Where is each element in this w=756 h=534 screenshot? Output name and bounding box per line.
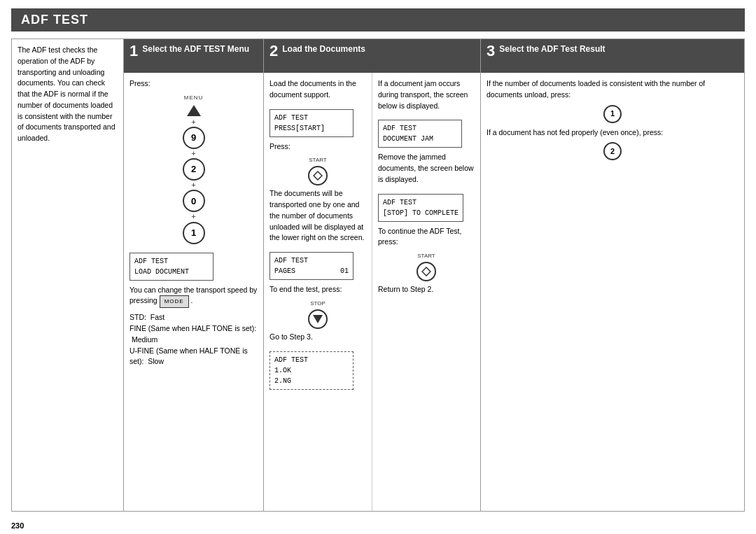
step2-start-button-group: START (270, 156, 366, 185)
step3-title: Select the ADF Test Result (499, 43, 605, 55)
screen3-line2: 1.OK (274, 365, 349, 376)
page-container: ADF TEST The ADF test checks the operati… (0, 0, 756, 517)
step3-header: 3 Select the ADF Test Result (481, 39, 744, 73)
stop-btn[interactable] (308, 309, 328, 329)
intro-column: The ADF test checks the operation of the… (12, 39, 124, 511)
step3-btn1[interactable]: 1 (603, 105, 622, 123)
step2-press-label: Press: (270, 141, 366, 153)
speed-list: STD: Fast FINE (Same when HALF TONE is s… (130, 312, 258, 367)
continue-text: To continue the ADF Test, press: (378, 226, 475, 248)
step3-btn2[interactable]: 2 (603, 142, 622, 160)
plus3: + (191, 181, 195, 190)
svg-marker-1 (422, 267, 430, 276)
speed-ufine: U-FINE (Same when HALF TONE is set): Slo… (130, 346, 258, 368)
step3-btn2-group: 2 (486, 142, 738, 160)
step2-screen1: ADF TEST PRESS[START] (270, 109, 354, 137)
jam-title: If a document jam occurs during transpor… (378, 78, 475, 111)
step1-content: Press: MENU + 9 + 2 + 0 (124, 73, 263, 511)
return-text: Return to Step 2. (378, 284, 475, 295)
step2-screen2: ADF TEST PAGES 01 (270, 252, 354, 280)
step1-menu-buttons: MENU + 9 + 2 + 0 + 1 (130, 94, 258, 244)
stop-label: STOP (310, 300, 326, 308)
start-diamond-btn[interactable] (308, 166, 328, 185)
intro-text: The ADF test checks the operation of the… (18, 45, 118, 144)
step2-number: 2 (270, 43, 278, 59)
step2-left: Load the documents in the document suppo… (264, 73, 372, 511)
btn-2[interactable]: 2 (183, 158, 205, 181)
step1-screen-line2: LOAD DOCUMENT (134, 267, 209, 277)
step3-column: 3 Select the ADF Test Result If the numb… (481, 39, 744, 511)
btn-0[interactable]: 0 (183, 190, 205, 212)
step2-screen2-line1: ADF TEST (274, 255, 349, 266)
transport-text: You can change the transport speed by pr… (130, 285, 258, 309)
step2-start2-button-group: START (378, 252, 475, 281)
svg-marker-0 (314, 171, 322, 180)
step2-screen1-line1: ADF TEST (274, 113, 349, 123)
step2-stop-button-group: STOP (270, 300, 366, 329)
step2-right: If a document jam occurs during transpor… (372, 73, 480, 511)
btn-9[interactable]: 9 (183, 127, 205, 149)
go-step3: Go to Step 3. (270, 332, 366, 343)
page-title: ADF TEST (11, 8, 745, 31)
main-layout: The ADF test checks the operation of the… (11, 38, 745, 512)
plus4: + (191, 212, 195, 221)
end-text: To end the test, press: (270, 284, 366, 295)
step2-column: 2 Load the Documents Load the documents … (264, 39, 481, 511)
step2-title: Load the Documents (282, 43, 365, 55)
step3-para1: If the number of documents loaded is con… (486, 78, 738, 101)
mode-button: MODE (160, 295, 189, 308)
jam-text: Remove the jammed documents, the screen … (378, 152, 475, 185)
stop-line1: ADF TEST (383, 197, 458, 208)
jam-line2: DOCUMENT JAM (383, 134, 457, 144)
menu-up-arrow (187, 105, 201, 116)
step3-btn1-group: 1 (486, 105, 738, 123)
plus2: + (191, 149, 195, 158)
start-label: START (309, 156, 326, 164)
menu-label: MENU (184, 94, 204, 102)
step2-para2: The documents will be transported one by… (270, 188, 366, 244)
step2-screen-jam: ADF TEST DOCUMENT JAM (378, 120, 462, 148)
step1-screen: ADF TEST LOAD DOCUMENT (130, 253, 214, 281)
page-footer: 230 (0, 517, 756, 534)
step2-screen2-line2: PAGES 01 (274, 266, 349, 276)
speed-std: STD: Fast (130, 312, 258, 323)
stop-line2: [STOP] TO COMPLETE (383, 208, 458, 218)
step1-screen-line1: ADF TEST (134, 256, 209, 267)
step2-header: 2 Load the Documents (264, 39, 480, 73)
btn-1[interactable]: 1 (183, 222, 205, 244)
screen3-line3: 2.NG (274, 376, 349, 386)
step1-title: Select the ADF TEST Menu (142, 43, 249, 55)
step2-content: Load the documents in the document suppo… (264, 73, 480, 511)
step2-para1: Load the documents in the document suppo… (270, 78, 366, 101)
page-number: 230 (11, 521, 24, 530)
stop-triangle-icon (313, 315, 323, 323)
plus1: + (191, 118, 195, 127)
step1-number: 1 (130, 43, 138, 59)
step3-content: If the number of documents loaded is con… (481, 73, 744, 511)
speed-fine: FINE (Same when HALF TONE is set): Mediu… (130, 323, 258, 346)
step1-press-label: Press: (130, 78, 258, 90)
step2-screen3-dashed: ADF TEST 1.OK 2.NG (270, 351, 354, 390)
step1-header: 1 Select the ADF TEST Menu (124, 39, 263, 73)
start-label2: START (417, 252, 435, 260)
step2-screen1-line2: PRESS[START] (274, 123, 349, 134)
step2-screen-stop: ADF TEST [STOP] TO COMPLETE (378, 194, 463, 222)
step1-column: 1 Select the ADF TEST Menu Press: MENU +… (124, 39, 264, 511)
jam-line1: ADF TEST (383, 123, 457, 134)
step3-number: 3 (486, 43, 495, 59)
start2-diamond-btn[interactable] (416, 262, 436, 281)
screen3-line1: ADF TEST (274, 355, 349, 365)
step3-para2: If a document has not fed properly (even… (486, 127, 738, 139)
